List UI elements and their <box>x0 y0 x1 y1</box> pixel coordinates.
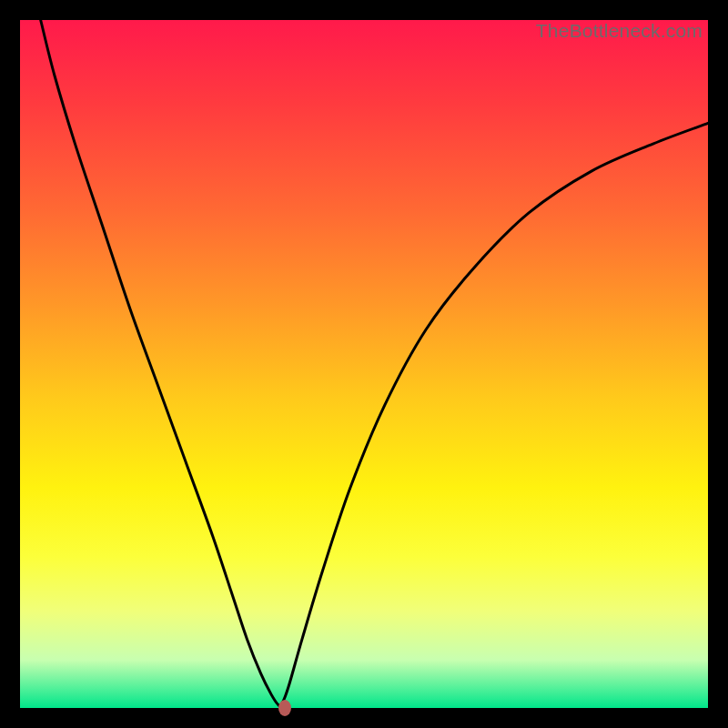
bottleneck-curve <box>41 20 708 706</box>
chart-frame: TheBottleneck.com <box>0 0 728 728</box>
minimum-marker <box>278 700 291 716</box>
plot-area: TheBottleneck.com <box>20 20 708 708</box>
curve-layer <box>20 20 708 708</box>
